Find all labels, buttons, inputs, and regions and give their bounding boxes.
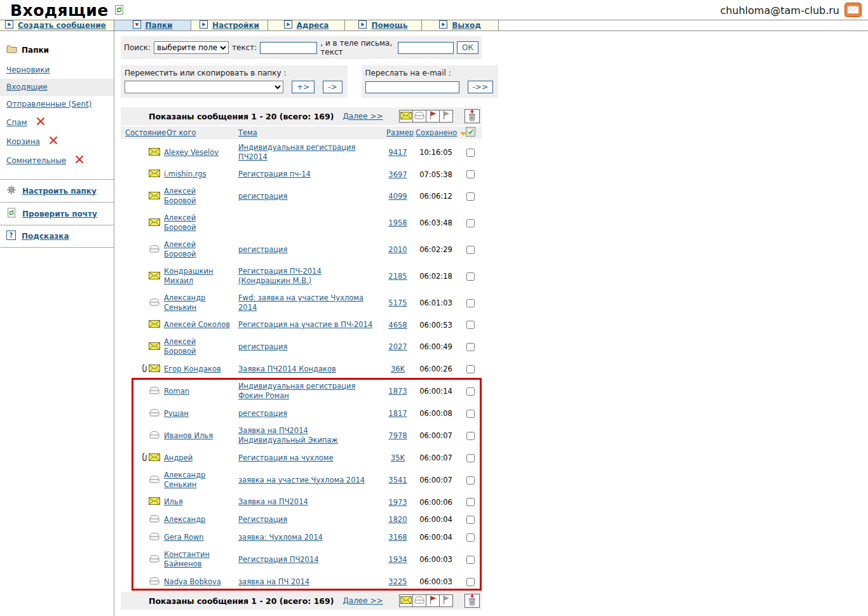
size-link[interactable]: 4099 xyxy=(388,192,407,201)
col-header-size[interactable]: Размер xyxy=(383,128,413,137)
subject-link[interactable]: заявка на участие Чухлома 2014 xyxy=(238,476,365,485)
size-link[interactable]: 1973 xyxy=(388,498,407,507)
search-ok-button[interactable]: ОК xyxy=(457,41,478,54)
next-page-link[interactable]: Далее >> xyxy=(342,112,383,121)
sender-link[interactable]: Александр xyxy=(164,515,205,524)
select-all-icon[interactable] xyxy=(466,127,475,138)
subject-link[interactable]: Регистрация на участие в ПЧ-2014 xyxy=(238,320,372,329)
subject-link[interactable]: Индивидуальная регистрация ПЧ2014 xyxy=(238,143,355,161)
delete-x-icon[interactable] xyxy=(49,136,58,147)
size-link[interactable]: 35K xyxy=(391,453,405,462)
message-checkbox[interactable] xyxy=(466,498,475,506)
move-copy-folder-select[interactable] xyxy=(125,81,283,93)
tab-folders-link[interactable]: Папки xyxy=(146,21,173,30)
message-checkbox[interactable] xyxy=(466,533,475,542)
size-link[interactable]: 5175 xyxy=(388,298,407,307)
size-link[interactable]: 2010 xyxy=(388,245,407,254)
sidebar-item-drafts[interactable]: Черновики xyxy=(0,62,114,79)
delete-x-icon[interactable] xyxy=(36,117,45,128)
mark-read-button[interactable] xyxy=(412,594,426,607)
message-checkbox[interactable] xyxy=(466,246,475,254)
message-checkbox[interactable] xyxy=(466,556,475,564)
col-header-status[interactable]: Состояние xyxy=(121,128,164,137)
tab-settings[interactable]: Настройки xyxy=(191,20,268,30)
mark-read-button[interactable] xyxy=(412,110,426,123)
message-checkbox[interactable] xyxy=(466,149,475,157)
message-checkbox[interactable] xyxy=(466,454,475,462)
message-checkbox[interactable] xyxy=(466,516,475,524)
tab-help-link[interactable]: Помощь xyxy=(371,21,407,30)
sender-link[interactable]: Александр Сенькин xyxy=(164,471,205,489)
subject-link[interactable]: Индивидуальная регистрация Фокин Роман xyxy=(238,382,355,400)
size-link[interactable]: 3225 xyxy=(388,577,407,586)
message-checkbox[interactable] xyxy=(466,476,475,485)
sender-link[interactable]: Илья xyxy=(164,497,183,506)
delete-x-icon[interactable] xyxy=(75,155,84,166)
sender-link[interactable]: Константин Байменов xyxy=(164,550,210,568)
sender-link[interactable]: Алексей Боровой xyxy=(164,213,196,232)
tab-logout-link[interactable]: Выход xyxy=(452,21,481,30)
sender-link[interactable]: Алексей Боровой xyxy=(164,240,196,258)
message-checkbox[interactable] xyxy=(466,192,475,201)
sender-link[interactable]: Кондрашкин Михаил xyxy=(164,267,213,285)
forward-email-input[interactable] xyxy=(365,81,459,93)
size-link[interactable]: 1934 xyxy=(388,555,407,564)
sender-link[interactable]: Егор Кондаков xyxy=(164,365,221,373)
tab-settings-link[interactable]: Настройки xyxy=(212,21,259,30)
sender-link[interactable]: Roman xyxy=(164,387,189,396)
next-page-link[interactable]: Далее >> xyxy=(342,596,383,605)
subject-link[interactable]: Регистрация ПЧ2014 xyxy=(238,555,319,564)
subject-link[interactable]: Fwd: заявка на участие Чухлома 2014 xyxy=(238,293,363,312)
compose-button[interactable]: Создать сообщение xyxy=(0,20,114,30)
mark-unread-button[interactable] xyxy=(399,110,413,123)
subject-link[interactable]: регистрация xyxy=(238,245,287,254)
size-link[interactable]: 4658 xyxy=(388,321,407,330)
mark-unread-button[interactable] xyxy=(399,594,413,607)
message-checkbox[interactable] xyxy=(466,219,475,227)
sidebar-action-folder-settings[interactable]: Настроить папку xyxy=(0,180,114,203)
subject-link[interactable]: регестрация xyxy=(238,409,287,418)
message-checkbox[interactable] xyxy=(466,299,475,307)
col-header-from[interactable]: От кого xyxy=(164,128,235,137)
search-body-input[interactable] xyxy=(398,42,454,54)
delete-button[interactable] xyxy=(465,594,480,608)
search-field-select[interactable]: выберите поле: xyxy=(154,41,229,54)
sender-link[interactable]: Иванов Илья xyxy=(164,431,213,440)
subject-link[interactable]: регистрация xyxy=(238,342,287,351)
flag-button[interactable] xyxy=(426,594,440,607)
message-checkbox[interactable] xyxy=(466,365,475,373)
size-link[interactable]: 1958 xyxy=(388,218,407,227)
copy-button[interactable]: +> xyxy=(292,81,315,93)
tab-addresses[interactable]: Адреса xyxy=(268,20,345,30)
subject-link[interactable]: заявка: Чухлома 2014 xyxy=(238,533,323,542)
tab-addresses-link[interactable]: Адреса xyxy=(297,21,329,30)
forward-button[interactable]: ->> xyxy=(468,81,493,93)
subject-link[interactable]: Регистрация xyxy=(238,515,287,524)
sidebar-item-inbox[interactable]: Входящие xyxy=(0,79,114,96)
size-link[interactable]: 1820 xyxy=(388,515,407,524)
size-link[interactable]: 2185 xyxy=(388,272,407,281)
subject-link[interactable]: Регистрация на чухломе xyxy=(238,453,334,462)
subject-link[interactable]: Регистрация ПЧ-2014 (Кондрашкин М.В.) xyxy=(238,267,322,285)
size-link[interactable]: 1817 xyxy=(388,409,407,418)
message-checkbox[interactable] xyxy=(466,387,475,396)
message-checkbox[interactable] xyxy=(466,321,475,329)
sender-link[interactable]: Alexey Veselov xyxy=(164,148,219,157)
sidebar-action-hint[interactable]: ? Подсказка xyxy=(0,225,114,248)
subject-link[interactable]: Регистрация пч-14 xyxy=(238,170,311,178)
tab-logout[interactable]: Выход xyxy=(422,20,499,30)
message-checkbox[interactable] xyxy=(466,578,475,586)
search-text-input[interactable] xyxy=(260,42,317,54)
unflag-button[interactable] xyxy=(439,594,453,607)
tab-folders[interactable]: Папки xyxy=(114,20,191,30)
message-checkbox[interactable] xyxy=(466,410,475,418)
size-link[interactable]: 9417 xyxy=(388,148,407,157)
sidebar-item-suspicious[interactable]: Сомнительные xyxy=(0,151,114,170)
subject-link[interactable]: Заявка на ПЧ2014 xyxy=(238,497,308,506)
tab-help[interactable]: Помощь xyxy=(345,20,422,30)
subject-link[interactable]: заявка на ПЧ 2014 xyxy=(238,577,309,586)
subject-link[interactable]: Заявка ПЧ2014 Кондаков xyxy=(238,365,336,373)
subject-link[interactable]: регистрация xyxy=(238,192,287,201)
size-link[interactable]: 7978 xyxy=(388,431,407,440)
sender-link[interactable]: i.mishin.rgs xyxy=(164,170,206,178)
